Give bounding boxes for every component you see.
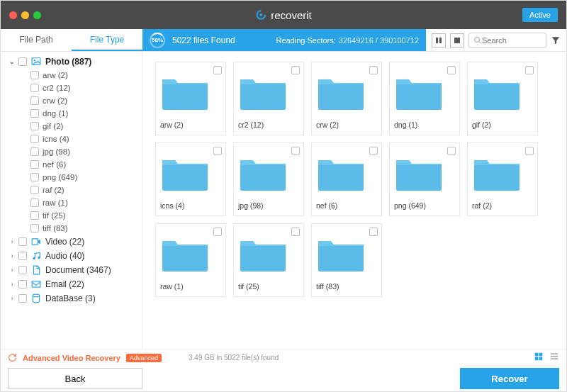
checkbox[interactable] xyxy=(30,96,39,105)
checkbox[interactable] xyxy=(30,173,39,181)
sidebar-child-item[interactable]: crw (2) xyxy=(1,94,142,107)
checkbox[interactable] xyxy=(30,186,39,194)
sidebar-child-item[interactable]: raw (1) xyxy=(1,196,142,209)
checkbox[interactable] xyxy=(30,147,39,156)
titlebar: recoverit Active xyxy=(1,1,566,29)
folder-card[interactable]: nef (6) xyxy=(311,142,382,216)
chevron-down-icon[interactable]: ⌄ xyxy=(9,59,15,65)
sidebar-child-item[interactable]: raf (2) xyxy=(1,184,142,196)
list-view-icon[interactable] xyxy=(549,352,559,364)
checkbox[interactable] xyxy=(30,160,39,169)
active-button[interactable]: Active xyxy=(522,8,558,22)
checkbox[interactable] xyxy=(30,109,39,118)
checkbox[interactable] xyxy=(30,71,39,79)
grid-view-icon[interactable] xyxy=(534,352,544,364)
chevron-right-icon[interactable]: › xyxy=(9,296,15,301)
filter-icon[interactable] xyxy=(551,35,561,45)
audio-icon xyxy=(30,251,42,261)
checkbox[interactable] xyxy=(30,84,39,92)
chevron-right-icon[interactable]: › xyxy=(9,239,15,245)
checkbox[interactable] xyxy=(18,280,27,289)
sidebar-item-label: Document (3467) xyxy=(45,265,111,275)
checkbox[interactable] xyxy=(369,147,378,155)
checkbox[interactable] xyxy=(369,228,378,236)
checkbox[interactable] xyxy=(447,66,456,74)
folder-card[interactable]: dng (1) xyxy=(389,62,460,135)
sidebar-item-label: Video (22) xyxy=(45,237,84,247)
search-box[interactable] xyxy=(468,33,546,48)
sidebar-child-item[interactable]: tiff (83) xyxy=(1,222,142,235)
svg-rect-13 xyxy=(535,353,539,357)
sidebar-child-item[interactable]: icns (4) xyxy=(1,133,142,145)
checkbox[interactable] xyxy=(213,228,222,236)
folder-card[interactable]: jpg (98) xyxy=(233,142,304,216)
checkbox[interactable] xyxy=(30,224,39,233)
checkbox[interactable] xyxy=(18,294,27,303)
checkbox[interactable] xyxy=(525,147,534,155)
folder-card[interactable]: raf (2) xyxy=(467,142,538,216)
search-input[interactable] xyxy=(482,36,539,45)
checkbox[interactable] xyxy=(291,66,300,74)
tab-file-type[interactable]: File Type xyxy=(72,29,142,51)
close-window-icon[interactable] xyxy=(9,11,17,19)
checkbox[interactable] xyxy=(213,147,222,155)
sidebar-child-item[interactable]: nef (6) xyxy=(1,158,142,171)
sidebar-child-item[interactable]: jpg (98) xyxy=(1,145,142,158)
checkbox[interactable] xyxy=(18,237,27,246)
folder-card[interactable]: png (649) xyxy=(389,142,460,216)
folder-card[interactable]: arw (2) xyxy=(155,62,226,135)
checkbox[interactable] xyxy=(213,66,222,74)
checkbox[interactable] xyxy=(369,66,378,74)
checkbox[interactable] xyxy=(30,211,39,220)
checkbox[interactable] xyxy=(18,57,27,66)
advanced-video-recovery-link[interactable]: Advanced Video Recovery xyxy=(23,354,120,362)
folder-card[interactable]: cr2 (12) xyxy=(233,62,304,135)
scan-summary: 3.49 GB in 5022 file(s) found xyxy=(189,354,279,362)
back-button[interactable]: Back xyxy=(8,368,142,389)
sidebar-child-item[interactable]: gif (2) xyxy=(1,120,142,133)
folder-label: icns (4) xyxy=(160,201,221,210)
folder-card[interactable]: tif (25) xyxy=(233,223,304,297)
sidebar-item-photo[interactable]: ⌄Photo (887) xyxy=(1,55,142,69)
checkbox[interactable] xyxy=(525,66,534,74)
chevron-right-icon[interactable]: › xyxy=(9,253,15,259)
checkbox[interactable] xyxy=(18,252,27,260)
database-icon xyxy=(30,293,42,303)
tab-file-path[interactable]: File Path xyxy=(1,29,72,51)
checkbox[interactable] xyxy=(30,198,39,207)
folder-label: crw (2) xyxy=(316,121,377,129)
folder-card[interactable]: gif (2) xyxy=(467,62,538,135)
refresh-icon[interactable] xyxy=(8,353,17,362)
pause-button[interactable] xyxy=(432,33,446,47)
sidebar: ⌄Photo (887)arw (2)cr2 (12)crw (2)dng (1… xyxy=(1,52,142,349)
folder-card[interactable]: raw (1) xyxy=(155,223,226,297)
folder-card[interactable]: icns (4) xyxy=(155,142,226,216)
chevron-right-icon[interactable]: › xyxy=(9,281,15,287)
sidebar-child-item[interactable]: cr2 (12) xyxy=(1,82,142,94)
sidebar-child-item[interactable]: dng (1) xyxy=(1,107,142,120)
svg-rect-18 xyxy=(551,356,558,357)
checkbox[interactable] xyxy=(18,266,27,274)
checkbox[interactable] xyxy=(30,135,39,143)
checkbox[interactable] xyxy=(291,147,300,155)
sidebar-item-document[interactable]: ›Document (3467) xyxy=(1,263,142,277)
sidebar-item-database[interactable]: ›DataBase (3) xyxy=(1,291,142,306)
maximize-window-icon[interactable] xyxy=(33,11,41,19)
minimize-window-icon[interactable] xyxy=(21,11,29,19)
chevron-right-icon[interactable]: › xyxy=(9,267,15,273)
checkbox[interactable] xyxy=(30,122,39,130)
checkbox[interactable] xyxy=(291,228,300,236)
stop-button[interactable] xyxy=(450,33,464,47)
sidebar-child-item[interactable]: arw (2) xyxy=(1,69,142,82)
sidebar-item-email[interactable]: ›Email (22) xyxy=(1,277,142,291)
sidebar-child-item[interactable]: tif (25) xyxy=(1,209,142,222)
folder-card[interactable]: crw (2) xyxy=(311,62,382,135)
recover-button[interactable]: Recover xyxy=(460,368,559,389)
folder-card[interactable]: tiff (83) xyxy=(311,223,382,297)
sidebar-child-item[interactable]: png (649) xyxy=(1,171,142,184)
sidebar-item-audio[interactable]: ›Audio (40) xyxy=(1,249,142,263)
view-toggle xyxy=(534,352,559,364)
sidebar-item-video[interactable]: ›Video (22) xyxy=(1,235,142,249)
sidebar-child-label: raf (2) xyxy=(43,186,64,194)
checkbox[interactable] xyxy=(447,147,456,155)
